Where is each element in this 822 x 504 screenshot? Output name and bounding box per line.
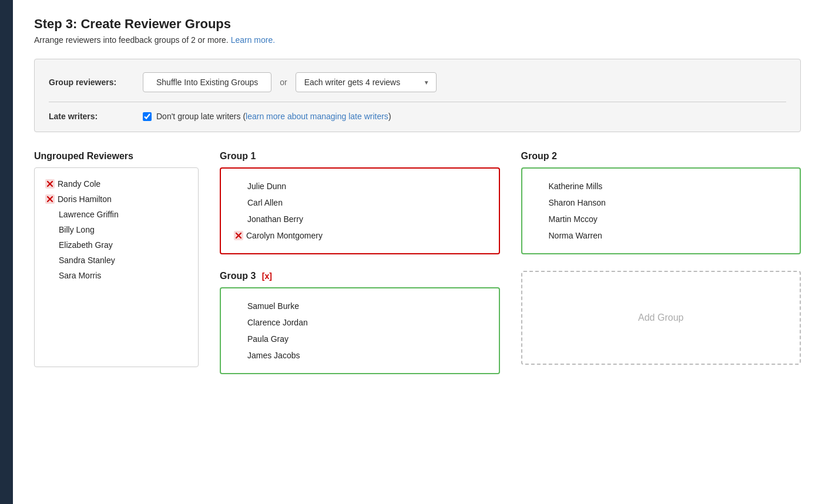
member-name: Carolyn Montgomery: [246, 231, 323, 240]
group3-title: Group 3 [x]: [220, 271, 500, 281]
late-writers-link[interactable]: learn more about managing late writers: [246, 112, 388, 121]
group3-delete-link[interactable]: [x]: [262, 271, 272, 281]
late-writers-row: Late writers: Don't group late writers (…: [49, 112, 786, 121]
group1-box: Julie DunnCarl AllenJonathan Berry Carol…: [220, 167, 500, 254]
member-name: Paula Gray: [247, 334, 288, 344]
member-name: Lawrence Griffin: [59, 210, 119, 219]
group2-box: Katherine MillsSharon HansonMartin Mccoy…: [521, 167, 801, 254]
list-item: Sharon Hanson: [533, 194, 790, 211]
group-reviewers-label: Group reviewers:: [49, 78, 143, 87]
ungrouped-box: Randy Cole Doris HamiltonLawrence Griffi…: [34, 167, 199, 367]
member-name: Katherine Mills: [549, 182, 603, 191]
member-name: Jonathan Berry: [247, 214, 303, 224]
list-item: Carl Allen: [231, 194, 488, 211]
list-item: Lawrence Griffin: [43, 207, 190, 222]
group3-box: Samuel BurkeClarence JordanPaula GrayJam…: [220, 287, 500, 374]
list-item: Martin Mccoy: [533, 211, 790, 227]
main-content: Step 3: Create Reviewer Groups Arrange r…: [13, 0, 822, 504]
group1-block: Group 1 Julie DunnCarl AllenJonathan Ber…: [220, 151, 500, 254]
reviews-select-wrapper[interactable]: Each writer gets 1 review Each writer ge…: [296, 72, 437, 92]
list-item: Paula Gray: [231, 331, 488, 347]
page-subtitle: Arrange reviewers into feedback groups o…: [34, 35, 801, 45]
list-item: Katherine Mills: [533, 178, 790, 194]
late-writers-text: Don't group late writers (learn more abo…: [156, 112, 391, 121]
shuffle-button[interactable]: Shuffle Into Existing Groups: [143, 72, 271, 92]
right-groups: Group 2 Katherine MillsSharon HansonMart…: [521, 151, 801, 365]
list-item: Randy Cole: [43, 176, 190, 191]
groups-area: Ungrouped Reviewers Randy Cole Doris Ham…: [34, 151, 801, 374]
reviews-select[interactable]: Each writer gets 1 review Each writer ge…: [296, 72, 437, 92]
group1-title-text: Group 1: [220, 151, 256, 161]
page-title: Step 3: Create Reviewer Groups: [34, 16, 801, 32]
add-group-box[interactable]: Add Group: [521, 271, 801, 365]
list-item: Sara Morris: [43, 268, 190, 283]
late-text-before: Don't group late writers (: [156, 112, 246, 121]
list-item: Jonathan Berry: [231, 211, 488, 227]
list-item: Norma Warren: [533, 227, 790, 244]
member-name: James Jacobs: [247, 351, 300, 360]
member-name: Sandra Stanley: [59, 256, 115, 265]
member-name: Sara Morris: [59, 271, 101, 280]
group2-block: Group 2 Katherine MillsSharon HansonMart…: [521, 151, 801, 254]
ungrouped-title: Ungrouped Reviewers: [34, 151, 199, 162]
subtitle-text: Arrange reviewers into feedback groups o…: [34, 35, 231, 45]
divider: [49, 102, 786, 102]
group2-title-text: Group 2: [521, 151, 557, 161]
member-name: Randy Cole: [58, 179, 100, 189]
group1-title: Group 1: [220, 151, 500, 162]
sidebar: [0, 0, 13, 504]
group3-title-text: Group 3: [220, 271, 259, 281]
member-name: Clarence Jordan: [247, 318, 308, 327]
list-item: James Jacobs: [231, 347, 488, 364]
list-item: Julie Dunn: [231, 178, 488, 194]
list-item: Doris Hamilton: [43, 191, 190, 207]
late-writers-checkbox[interactable]: [143, 112, 152, 121]
list-item: Sandra Stanley: [43, 253, 190, 268]
member-name: Sharon Hanson: [549, 198, 606, 207]
group3-block: Group 3 [x] Samuel BurkeClarence JordanP…: [220, 271, 500, 374]
member-name: Carl Allen: [247, 198, 283, 207]
late-text-after: ): [388, 112, 391, 121]
list-item: Samuel Burke: [231, 298, 488, 314]
group2-title: Group 2: [521, 151, 801, 162]
learn-more-link[interactable]: Learn more.: [231, 35, 275, 45]
list-item: Billy Long: [43, 222, 190, 237]
member-name: Samuel Burke: [247, 301, 299, 311]
or-text: or: [280, 78, 287, 87]
member-name: Elizabeth Gray: [59, 240, 113, 250]
list-item: Elizabeth Gray: [43, 237, 190, 253]
member-name: Doris Hamilton: [58, 194, 112, 204]
list-item: Carolyn Montgomery: [231, 227, 488, 244]
options-box: Group reviewers: Shuffle Into Existing G…: [34, 59, 801, 132]
member-name: Norma Warren: [549, 231, 602, 240]
ungrouped-section: Ungrouped Reviewers Randy Cole Doris Ham…: [34, 151, 199, 367]
late-writers-label: Late writers:: [49, 112, 143, 121]
group-reviewers-row: Group reviewers: Shuffle Into Existing G…: [49, 72, 786, 92]
member-name: Billy Long: [59, 225, 95, 234]
add-group-label: Add Group: [638, 313, 683, 323]
center-groups: Group 1 Julie DunnCarl AllenJonathan Ber…: [220, 151, 500, 374]
member-name: Martin Mccoy: [549, 214, 598, 224]
member-name: Julie Dunn: [247, 182, 286, 191]
list-item: Clarence Jordan: [231, 314, 488, 331]
